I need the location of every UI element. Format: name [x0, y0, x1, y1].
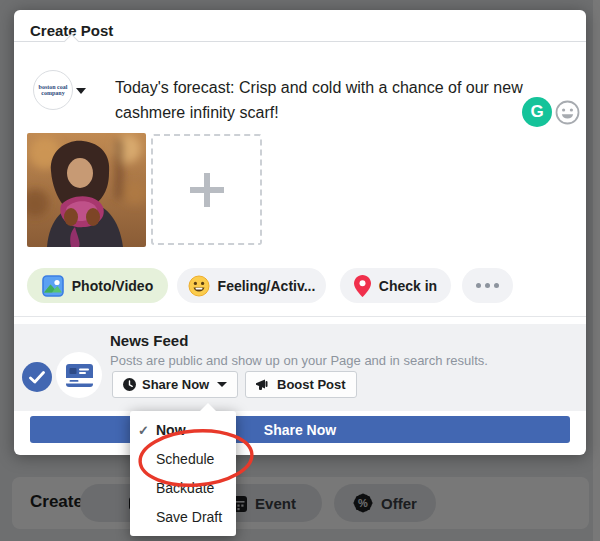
share-now-submit-button[interactable]: Share Now — [30, 416, 570, 443]
page-avatar[interactable]: boston coal company — [33, 70, 73, 110]
post-text-input[interactable]: Today's forecast: Crisp and cold with a … — [115, 75, 540, 125]
clock-icon — [123, 378, 136, 391]
share-now-submit-label: Share Now — [264, 422, 336, 438]
check-icon — [138, 416, 149, 445]
screen: Create Event — [0, 0, 600, 541]
photo-video-icon — [42, 275, 64, 297]
news-feed-post-icon — [66, 364, 93, 387]
news-feed-target-circle — [56, 352, 102, 398]
news-feed-selected-check-icon[interactable] — [22, 362, 52, 392]
location-pin-icon — [354, 275, 371, 297]
feeling-activity-label: Feeling/Activ... — [218, 278, 316, 294]
add-photo-button[interactable] — [151, 134, 262, 245]
menu-item-backdate[interactable]: Backdate — [130, 474, 236, 503]
more-dots-icon — [476, 283, 499, 288]
grammarly-letter: G — [530, 102, 543, 122]
add-photo-icon — [190, 173, 224, 207]
share-options-menu: Now Schedule Backdate Save Draft — [130, 411, 236, 536]
check-in-label: Check in — [379, 278, 437, 294]
attached-photo-thumbnail[interactable] — [27, 133, 146, 247]
create-post-dialog: Create Post boston coal company Today's … — [14, 10, 586, 455]
check-in-button[interactable]: Check in — [340, 268, 451, 303]
photo-video-button[interactable]: Photo/Video — [27, 268, 168, 303]
menu-pointer — [200, 403, 216, 411]
emoji-picker-icon[interactable] — [555, 100, 580, 125]
photo-video-label: Photo/Video — [72, 278, 153, 294]
share-now-dropdown-label: Share Now — [142, 377, 209, 392]
feeling-activity-button[interactable]: Feeling/Activ... — [177, 268, 326, 303]
audience-description: Posts are public and show up on your Pag… — [110, 353, 488, 368]
page-selector-caret-icon[interactable] — [76, 88, 86, 94]
chevron-down-icon — [217, 382, 227, 387]
more-attachments-button[interactable] — [462, 268, 513, 303]
menu-item-schedule[interactable]: Schedule — [130, 445, 236, 474]
menu-item-now[interactable]: Now — [130, 416, 236, 445]
audience-title: News Feed — [110, 332, 188, 349]
boost-post-button[interactable]: Boost Post — [245, 371, 357, 398]
boost-post-label: Boost Post — [277, 377, 346, 392]
menu-item-save-draft[interactable]: Save Draft — [130, 503, 236, 532]
grammarly-icon[interactable]: G — [522, 97, 552, 127]
page-avatar-label: boston coal company — [38, 84, 68, 97]
feeling-smiley-icon — [188, 275, 210, 297]
header-divider — [14, 41, 586, 42]
share-now-dropdown-button[interactable]: Share Now — [112, 371, 238, 398]
section-divider — [14, 316, 586, 317]
megaphone-icon — [256, 379, 271, 391]
